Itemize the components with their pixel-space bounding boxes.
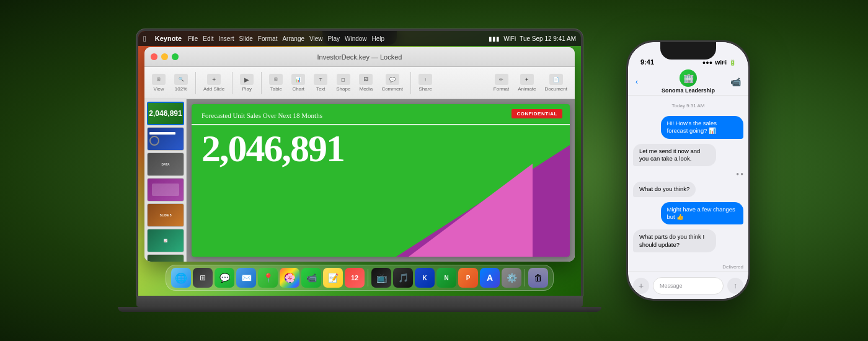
slide-thumb-1[interactable]: 2,046,891 [147,102,184,125]
window-titlebar: InvestorDeck.key — Locked [144,47,575,67]
toolbar-shape-label: Shape [336,86,350,92]
dock-pages[interactable]: P [458,268,478,288]
toolbar-play-group[interactable]: ▶ Play [237,74,256,92]
window-title: InvestorDeck.key — Locked [317,53,402,61]
dock-facetime[interactable]: 📹 [301,268,321,288]
dock-numbers[interactable]: N [436,268,456,288]
table-icon: ⊞ [269,74,283,85]
battery-icon: 🔋 [729,60,736,66]
iphone-screen: 9:41 ●●● WiFi 🔋 ‹ 🏢 Sonoma Leadership 📹 [628,42,748,299]
music-icon: 🎵 [398,273,409,283]
dock-mail[interactable]: ✉️ [236,268,256,288]
dock-messages[interactable]: 💬 [215,268,234,288]
menubar-items: File Edit Insert Slide Format Arrange Vi… [188,35,384,42]
toolbar-document-group[interactable]: 📄 Document [542,74,570,92]
menu-arrange[interactable]: Arrange [282,35,304,42]
toolbar-addslide-label: Add Slide [203,86,224,92]
window-maximize-button[interactable] [172,53,179,60]
trash-icon: 🗑 [534,273,542,283]
message-input-field[interactable]: Message [653,277,724,294]
slide-thumb-7[interactable]: METRICS [147,254,184,262]
notes-icon: 📝 [328,273,339,283]
dock-reminders[interactable]: 12 [345,268,365,288]
dock-music[interactable]: 🎵 [393,268,413,288]
menu-slide[interactable]: Slide [239,35,253,42]
macbook-display:  Keynote File Edit Insert Slide Format … [138,31,581,296]
dock-trash[interactable]: 🗑 [528,268,548,288]
toolbar-media-label: Media [359,86,373,92]
menubar:  Keynote File Edit Insert Slide Format … [138,31,581,46]
toolbar-share-group[interactable]: ↑ Share [416,74,435,92]
dock-divider [368,269,368,286]
facetime-button[interactable]: 📹 [730,77,741,87]
toolbar-view-label: View [153,86,164,92]
toolbar-animate-label: Animate [518,86,536,92]
pages-icon: P [466,275,471,281]
launchpad-icon: ⊞ [200,273,206,282]
toolbar-addslide-group[interactable]: + Add Slide [201,74,227,92]
send-icon: ↑ [733,281,737,290]
reminders-icon: 12 [351,274,358,281]
menu-format[interactable]: Format [258,35,278,42]
menu-help[interactable]: Help [372,35,385,42]
menu-file[interactable]: File [188,35,198,42]
menu-window[interactable]: Window [345,35,367,42]
dock-notes[interactable]: 📝 [323,268,343,288]
dock-launchpad[interactable]: ⊞ [193,268,213,288]
share-icon: ↑ [418,74,432,85]
dock-photos[interactable]: 🌸 [280,268,299,288]
menubar-time: Tue Sep 12 9:41 AM [520,35,576,42]
finder-icon: 🌐 [175,272,187,284]
dock-settings[interactable]: ⚙️ [502,268,521,288]
dock-finder[interactable]: 🌐 [171,268,191,288]
toolbar-view-group[interactable]: ⊞ View [149,74,168,92]
toolbar-comment-group[interactable]: 💬 Comment [379,74,405,92]
read-dot-1: ● [736,171,739,177]
slide-thumb-3[interactable]: DATA [147,153,184,176]
message-send-button[interactable]: ↑ [727,278,743,294]
slide-thumb-5[interactable]: SLIDE 5 [147,203,184,227]
read-dot-2: ● [740,171,743,177]
toolbar-animate-group[interactable]: ✦ Animate [515,74,538,92]
messages-body[interactable]: Today 9:31 AM Hi! How's the sales foreca… [628,95,748,272]
toolbar-chart-label: Chart [292,86,304,92]
shape-triangle-pink [409,164,533,257]
toolbar-chart-group[interactable]: 📊 Chart [289,74,308,92]
messages-contact-name: Sonoma Leadership [662,87,715,94]
window-minimize-button[interactable] [161,53,168,60]
menubar-left:  Keynote File Edit Insert Slide Format … [143,34,384,43]
keynote-window: InvestorDeck.key — Locked ⊞ View 🔍 102% [144,47,575,262]
toolbar-format-group[interactable]: ✏ Format [491,74,512,92]
message-incoming-2: What do you think? [633,182,696,197]
menu-insert[interactable]: Insert [219,35,234,42]
chart-icon: 📊 [291,74,305,85]
text-icon: T [314,74,327,85]
slide-panel[interactable]: 2,046,891 [144,99,187,262]
menu-view[interactable]: View [309,35,323,42]
toolbar-shape-group[interactable]: ◻ Shape [334,74,353,92]
menu-edit[interactable]: Edit [203,35,213,42]
toolbar-text-group[interactable]: T Text [311,74,330,92]
dock-appletv[interactable]: 📺 [371,268,391,288]
slide-thumb-6[interactable]: 📈 [147,229,184,252]
message-plus-button[interactable]: + [633,278,649,294]
dock-maps[interactable]: 📍 [258,268,278,288]
dock-keynote[interactable]: K [415,268,435,288]
toolbar-table-group[interactable]: ⊞ Table [267,74,285,92]
slide-thumb-4[interactable] [147,178,184,202]
slide-thumb-2[interactable] [147,127,184,151]
messages-back-button[interactable]: ‹ [636,78,638,86]
toolbar-zoom-group[interactable]: 🔍 102% [172,74,190,92]
toolbar-media-group[interactable]: 🖼 Media [356,74,375,92]
toolbar-share-label: Share [418,86,432,92]
menu-play[interactable]: Play [328,35,340,42]
slide-5-content: SLIDE 5 [148,204,184,226]
play-icon: ▶ [240,74,254,85]
menubar-app-name[interactable]: Keynote [155,35,182,42]
facetime-icon: 📹 [306,273,317,283]
dock-appstore[interactable]: A [480,268,500,288]
window-close-button[interactable] [151,53,157,60]
main-slide[interactable]: Forecasted Unit Sales Over Next 18 Month… [192,104,570,257]
slide-title: Forecasted Unit Sales Over Next 18 Month… [202,112,322,119]
slide-divider-bar [192,124,570,125]
